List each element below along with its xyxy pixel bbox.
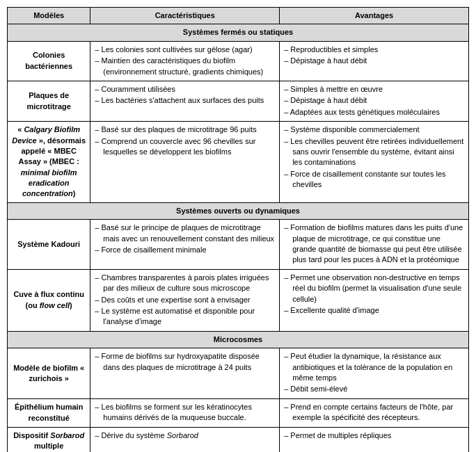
list-item: Les biofilms se forment sur les kératino… <box>95 402 275 423</box>
section-header-cell: Microcosmes <box>8 331 469 348</box>
table-container: Modèles Caractéristiques Avantages Systè… <box>7 7 469 452</box>
table-row: « Calgary Biofilm Device », désormais ap… <box>8 122 469 203</box>
model-cell: Colonies bactériennes <box>8 41 90 81</box>
adv-cell-cell: Prend en compte certains facteurs de l'h… <box>280 398 469 427</box>
list-item: Simples à mettre en œuvre <box>284 84 464 95</box>
char-cell-cell: Forme de biofilms sur hydroxyapatite dis… <box>90 348 280 399</box>
main-table: Modèles Caractéristiques Avantages Systè… <box>7 7 469 452</box>
list-item: Les colonies sont cultivées sur gélose (… <box>95 45 275 55</box>
model-cell: « Calgary Biofilm Device », désormais ap… <box>8 122 90 203</box>
table-row: Colonies bactériennesLes colonies sont c… <box>8 41 469 81</box>
adv-cell-cell: Simples à mettre en œuvreDépistage à hau… <box>280 81 469 121</box>
model-cell: Épithélium humain reconstitué <box>8 398 90 427</box>
col-header-characteristics: Caractéristiques <box>90 8 280 24</box>
list-item: Basé sur des plaques de microtitrage 96 … <box>95 124 275 135</box>
adv-cell-cell: Système disponible commercialementLes ch… <box>280 122 469 203</box>
table-row: Cuve à flux continu (ou flow cell)Chambr… <box>8 269 469 331</box>
table-row: Dispositif Sorbarod multipleDérive du sy… <box>8 427 469 452</box>
table-row: Épithélium humain reconstituéLes biofilm… <box>8 398 469 427</box>
list-item: Couramment utilisées <box>95 84 275 95</box>
model-cell: Modèle de biofilm « zurichois » <box>8 348 90 399</box>
table-row: Microcosmes <box>8 331 469 348</box>
list-item: Comprend un couvercle avec 96 chevilles … <box>95 136 275 158</box>
adv-cell-cell: Permet une observation non-destructive e… <box>280 269 469 331</box>
list-item: Force de cisaillement minimale <box>95 245 275 255</box>
list-item: Adaptées aux tests génétiques moléculair… <box>284 107 464 118</box>
char-cell-cell: Chambres transparentes à parois plates i… <box>90 269 280 331</box>
section-header-cell: Systèmes ouverts ou dynamiques <box>8 202 469 219</box>
char-cell-cell: Les biofilms se forment sur les kératino… <box>90 398 280 427</box>
list-item: Des coûts et une expertise sont à envisa… <box>95 295 275 305</box>
list-item: Débit semi-élevé <box>284 384 464 394</box>
section-header-cell: Systèmes fermés ou statiques <box>8 24 469 41</box>
char-cell-cell: Couramment utiliséesLes bactéries s'atta… <box>90 81 280 121</box>
list-item: Maintien des caractéristiques du biofilm… <box>95 56 275 77</box>
char-cell-cell: Basé sur le principe de plaques de micro… <box>90 220 280 270</box>
list-item: Les chevilles peuvent être retirées indi… <box>284 136 464 168</box>
char-cell-cell: Les colonies sont cultivées sur gélose (… <box>90 41 280 81</box>
table-row: Système KadouriBasé sur le principe de p… <box>8 220 469 270</box>
list-item: Les bactéries s'attachent aux surfaces d… <box>95 95 275 106</box>
char-cell-cell: Basé sur des plaques de microtitrage 96 … <box>90 122 280 203</box>
list-item: Système disponible commercialement <box>284 124 464 135</box>
model-cell: Cuve à flux continu (ou flow cell) <box>8 269 90 331</box>
list-item: Peut étudier la dynamique, la résistance… <box>284 351 464 383</box>
col-header-advantages: Avantages <box>280 8 469 24</box>
adv-cell-cell: Permet de multiples répliques <box>280 427 469 452</box>
list-item: Permet une observation non-destructive e… <box>284 273 464 305</box>
list-item: Permet de multiples répliques <box>284 430 464 441</box>
model-cell: Plaques de microtitrage <box>8 81 90 121</box>
list-item: Force de cisaillement constante sur tout… <box>284 169 464 191</box>
list-item: Prend en compte certains facteurs de l'h… <box>284 402 464 423</box>
char-cell-cell: Dérive du système Sorbarod <box>90 427 280 452</box>
list-item: Reproductibles et simples <box>284 45 464 55</box>
col-header-models: Modèles <box>8 8 90 24</box>
list-item: Formation de biofilms matures dans les p… <box>284 223 464 266</box>
table-row: Plaques de microtitrageCouramment utilis… <box>8 81 469 121</box>
list-item: Dépistage à haut débit <box>284 95 464 106</box>
list-item: Chambres transparentes à parois plates i… <box>95 273 275 294</box>
adv-cell-cell: Peut étudier la dynamique, la résistance… <box>280 348 469 399</box>
list-item: Excellente qualité d'image <box>284 305 464 316</box>
model-cell: Dispositif Sorbarod multiple <box>8 427 90 452</box>
table-row: Systèmes ouverts ou dynamiques <box>8 202 469 219</box>
list-item: Dérive du système Sorbarod <box>95 430 275 441</box>
adv-cell-cell: Reproductibles et simplesDépistage à hau… <box>280 41 469 81</box>
model-cell: Système Kadouri <box>8 220 90 270</box>
list-item: Forme de biofilms sur hydroxyapatite dis… <box>95 351 275 373</box>
table-row: Modèle de biofilm « zurichois »Forme de … <box>8 348 469 399</box>
table-row: Systèmes fermés ou statiques <box>8 24 469 41</box>
list-item: Basé sur le principe de plaques de micro… <box>95 223 275 244</box>
adv-cell-cell: Formation de biofilms matures dans les p… <box>280 220 469 270</box>
list-item: Le système est automatisé et disponible … <box>95 306 275 328</box>
list-item: Dépistage à haut débit <box>284 56 464 66</box>
